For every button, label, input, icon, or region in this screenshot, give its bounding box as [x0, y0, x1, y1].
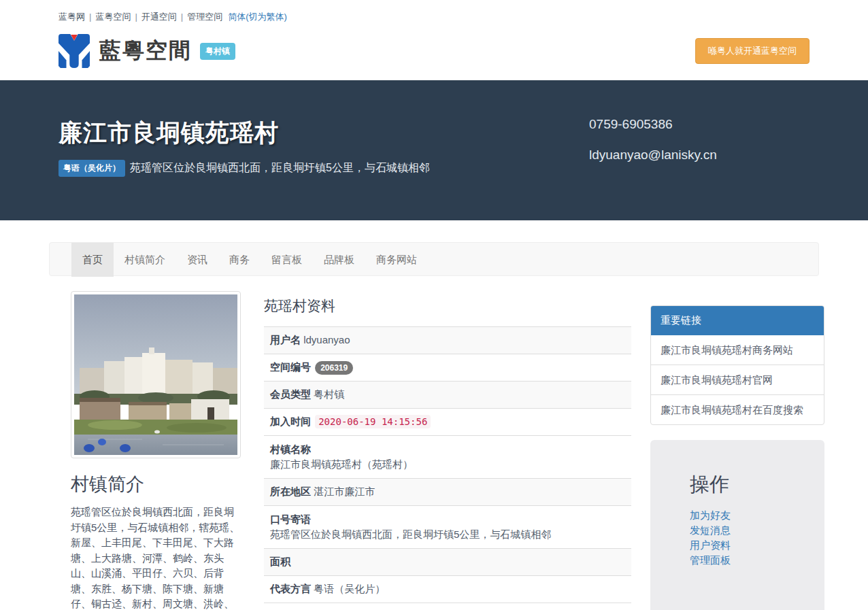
brand-logo-icon[interactable] — [59, 34, 90, 68]
table-row-village-name: 村镇名称 廉江市良垌镇苑瑶村（苑瑶村） — [264, 436, 631, 479]
row-value: 粤村镇 — [314, 388, 344, 400]
dialect-badge: 粤语（吴化片） — [59, 160, 125, 177]
nav-tab-news[interactable]: 资讯 — [176, 243, 218, 277]
topbar-link-manage-space[interactable]: 管理空间 — [187, 12, 222, 22]
row-label: 空间编号 — [270, 361, 311, 373]
row-label: 用户名 — [270, 334, 301, 345]
nav-tab-message-board[interactable]: 留言板 — [261, 243, 313, 277]
table-row-username: 用户名 ldyuanyao — [264, 327, 631, 354]
panel-header: 重要链接 — [651, 306, 824, 335]
main-navbar: 首页 村镇简介 资讯 商务 留言板 品牌板 商务网站 — [49, 242, 819, 276]
profile-table: 用户名 ldyuanyao 空间编号 206319 会员类型 粤村镇 加入时间 … — [264, 326, 631, 603]
nav-tab-brand-board[interactable]: 品牌板 — [313, 243, 365, 277]
village-photo-frame — [71, 291, 241, 458]
link-baidu-search[interactable]: 廉江市良垌镇苑瑶村在百度搜索 — [651, 394, 824, 424]
row-label: 代表方言 — [270, 583, 311, 594]
village-photo — [74, 294, 237, 455]
row-value: 湛江市廉江市 — [314, 486, 375, 497]
send-message-link[interactable]: 发短消息 — [690, 523, 811, 538]
contact-info: 0759-6905386 ldyuanyao@lanisky.cn — [589, 117, 717, 163]
admin-panel-link[interactable]: 管理面板 — [690, 553, 811, 568]
row-value: 廉江市良垌镇苑瑶村（苑瑶村） — [270, 457, 625, 472]
language-switch-link[interactable]: 简体(切为繁体) — [228, 12, 287, 22]
hero-banner: 廉江市良垌镇苑瑶村 粤语（吴化片） 苑瑶管区位於良垌镇西北面，距良垌圩镇5公里，… — [0, 80, 868, 220]
topbar-link-lanyue-net[interactable]: 蓝粤网 — [59, 12, 85, 22]
row-label: 加入时间 — [270, 416, 311, 427]
separator: | — [135, 12, 137, 22]
email-address: ldyuanyao@lanisky.cn — [589, 148, 717, 163]
member-type-badge: 粤村镇 — [200, 43, 235, 60]
brand-name[interactable]: 藍粵空間 — [99, 36, 192, 66]
row-label: 面积 — [270, 556, 290, 567]
row-label: 村镇名称 — [270, 442, 625, 457]
operations-box: 操作 加为好友 发短消息 用户资料 管理面板 — [650, 440, 824, 610]
profile-title: 苑瑶村资料 — [264, 296, 631, 316]
row-value: 粤语（吴化片） — [314, 583, 385, 594]
phone-number: 0759-6905386 — [589, 117, 717, 132]
link-business-site[interactable]: 廉江市良垌镇苑瑶村商务网站 — [651, 335, 824, 365]
row-label: 所在地区 — [270, 486, 311, 497]
open-space-cta-button[interactable]: 喺粤人就开通蓝粤空间 — [695, 38, 809, 64]
add-friend-link[interactable]: 加为好友 — [690, 508, 811, 523]
space-id-badge: 206319 — [315, 361, 353, 375]
separator: | — [89, 12, 91, 22]
join-time-value: 2020-06-19 14:15:56 — [315, 415, 431, 428]
nav-tab-business[interactable]: 商务 — [218, 243, 261, 277]
table-row-area: 面积 — [264, 549, 631, 576]
table-row-dialect: 代表方言 粤语（吴化片） — [264, 576, 631, 603]
row-value: 苑瑶管区位於良垌镇西北面，距良垌圩镇5公里，与石城镇相邻 — [270, 527, 625, 542]
operations-title: 操作 — [690, 471, 811, 498]
table-row-slogan: 口号寄语 苑瑶管区位於良垌镇西北面，距良垌圩镇5公里，与石城镇相邻 — [264, 506, 631, 549]
about-text: 苑瑶管区位於良垌镇西北面，距良垌圩镇5公里，与石城镇相邻，辖苑瑶、新屋、上丰田尾… — [71, 505, 241, 610]
table-row-space-id: 空间编号 206319 — [264, 354, 631, 382]
site-header: 藍粵空間 粤村镇 喺粤人就开通蓝粤空间 — [59, 31, 809, 71]
village-slogan: 苑瑶管区位於良垌镇西北面，距良垌圩镇5公里，与石城镇相邻 — [130, 161, 430, 175]
link-official-site[interactable]: 廉江市良垌镇苑瑶村官网 — [651, 365, 824, 394]
topbar-link-lanyue-space[interactable]: 蓝粤空间 — [95, 12, 131, 22]
important-links-panel: 重要链接 廉江市良垌镇苑瑶村商务网站 廉江市良垌镇苑瑶村官网 廉江市良垌镇苑瑶村… — [650, 305, 824, 425]
user-profile-link[interactable]: 用户资料 — [690, 538, 811, 553]
about-heading: 村镇简介 — [71, 472, 241, 496]
separator: | — [181, 12, 183, 22]
topbar-link-open-space[interactable]: 开通空间 — [141, 12, 177, 22]
nav-tab-village-intro[interactable]: 村镇简介 — [114, 243, 176, 277]
row-label: 会员类型 — [270, 388, 311, 400]
table-row-member-type: 会员类型 粤村镇 — [264, 382, 631, 409]
table-row-join-time: 加入时间 2020-06-19 14:15:56 — [264, 409, 631, 436]
nav-tab-business-site[interactable]: 商务网站 — [365, 243, 428, 277]
table-row-region: 所在地区 湛江市廉江市 — [264, 479, 631, 506]
top-utility-bar: 蓝粤网|蓝粤空间|开通空间|管理空间简体(切为繁体) — [0, 0, 868, 23]
nav-tab-home[interactable]: 首页 — [71, 243, 114, 277]
row-label: 口号寄语 — [270, 512, 625, 527]
row-value: ldyuanyao — [303, 334, 350, 345]
